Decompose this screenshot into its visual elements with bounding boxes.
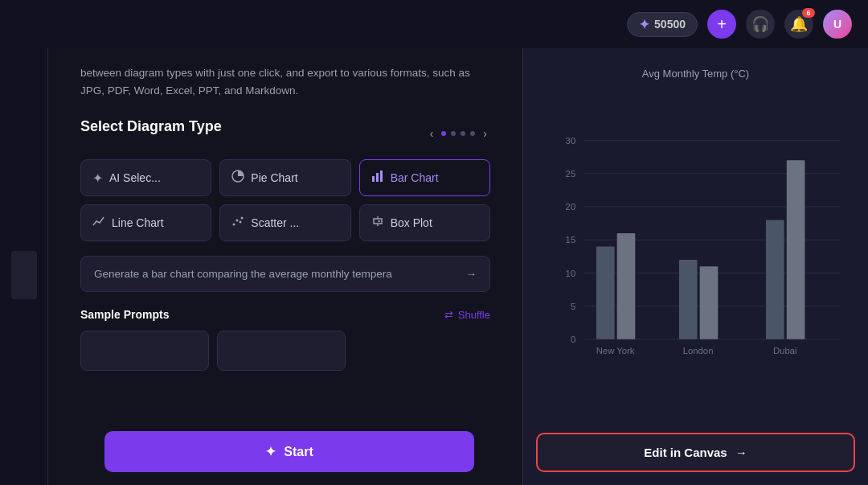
start-button[interactable]: ✦ Start xyxy=(104,431,474,472)
pie-chart-label: Pie Chart xyxy=(251,171,297,184)
bar-chart-icon xyxy=(371,170,384,186)
notification-badge: 6 xyxy=(802,8,815,18)
description-text: between diagram types with just one clic… xyxy=(80,64,490,99)
avatar-initials: U xyxy=(833,18,841,31)
section-title: Select Diagram Type xyxy=(80,118,222,135)
diagram-grid: ✦ AI Selec... Pie Chart xyxy=(80,159,490,241)
carousel-dot-1[interactable] xyxy=(441,131,446,136)
bar-chart-svg: 30 25 20 15 10 5 0 New York xyxy=(542,92,849,404)
sample-card-1[interactable] xyxy=(80,331,209,371)
carousel-dot-3[interactable] xyxy=(461,131,465,136)
bar-dubai-2 xyxy=(787,160,805,339)
prompt-arrow: → xyxy=(466,268,477,280)
star-icon: ✦ xyxy=(639,17,649,32)
svg-point-6 xyxy=(240,221,242,224)
svg-point-5 xyxy=(236,220,239,222)
start-button-wrapper: ✦ Start xyxy=(104,431,474,472)
svg-rect-2 xyxy=(376,173,379,182)
sample-prompts-header: Sample Prompts ⇄ Shuffle xyxy=(80,308,490,321)
shuffle-label: Shuffle xyxy=(458,309,490,321)
chart-title: Avg Monthly Temp (°C) xyxy=(542,68,849,80)
next-arrow[interactable]: › xyxy=(480,125,490,142)
left-panel: between diagram types with just one clic… xyxy=(48,48,522,485)
start-label: Start xyxy=(284,445,313,459)
pie-chart-button[interactable]: Pie Chart xyxy=(219,159,350,196)
box-plot-icon xyxy=(371,215,384,231)
edit-canvas-label: Edit in Canvas xyxy=(644,446,727,459)
headphone-button[interactable]: 🎧 xyxy=(746,10,775,39)
sidebar-panel xyxy=(0,48,48,485)
ai-select-button[interactable]: ✦ AI Selec... xyxy=(80,159,211,196)
sample-cards xyxy=(80,331,490,371)
ai-select-icon: ✦ xyxy=(92,171,103,186)
top-navigation: ✦ 50500 + 🎧 🔔 6 U xyxy=(0,0,868,48)
scatter-label: Scatter ... xyxy=(251,216,299,229)
svg-text:10: 10 xyxy=(566,269,576,278)
prev-arrow[interactable]: ‹ xyxy=(427,125,437,142)
avatar[interactable]: U xyxy=(823,10,852,39)
diagram-header: Select Diagram Type ‹ › xyxy=(80,118,490,148)
svg-rect-3 xyxy=(380,171,383,182)
svg-text:20: 20 xyxy=(566,202,576,212)
chart-preview: Avg Monthly Temp (°C) 30 25 20 15 10 5 0 xyxy=(523,48,868,423)
scatter-icon xyxy=(231,215,244,231)
line-chart-label: Line Chart xyxy=(112,216,164,229)
svg-text:15: 15 xyxy=(566,235,576,245)
svg-text:Dubai: Dubai xyxy=(773,346,797,356)
svg-text:New York: New York xyxy=(596,346,635,356)
carousel-dot-4[interactable] xyxy=(470,131,475,136)
scatter-button[interactable]: Scatter ... xyxy=(219,204,350,241)
edit-canvas-button[interactable]: Edit in Canvas → xyxy=(536,433,855,472)
svg-text:25: 25 xyxy=(566,169,576,179)
svg-text:30: 30 xyxy=(566,136,576,146)
svg-text:London: London xyxy=(683,346,714,356)
bell-icon: 🔔 xyxy=(790,15,808,33)
sample-card-2[interactable] xyxy=(217,331,346,371)
prompt-bar[interactable]: Generate a bar chart comparing the avera… xyxy=(80,256,490,292)
svg-point-7 xyxy=(241,217,244,220)
main-layout: between diagram types with just one clic… xyxy=(0,48,868,485)
credit-amount: 50500 xyxy=(654,18,686,31)
bar-london-2 xyxy=(700,266,719,339)
notification-button[interactable]: 🔔 6 xyxy=(784,10,813,39)
start-icon: ✦ xyxy=(265,444,276,459)
bar-newyork-1 xyxy=(596,246,615,339)
box-plot-label: Box Plot xyxy=(391,216,432,229)
prompt-text: Generate a bar chart comparing the avera… xyxy=(94,268,392,280)
box-plot-button[interactable]: Box Plot xyxy=(359,204,490,241)
carousel-nav: ‹ › xyxy=(427,125,490,142)
shuffle-icon: ⇄ xyxy=(444,309,453,321)
bar-newyork-2 xyxy=(617,233,636,339)
bar-london-1 xyxy=(679,260,698,339)
carousel-dot-2[interactable] xyxy=(451,131,456,136)
svg-text:0: 0 xyxy=(571,335,575,344)
headphone-icon: 🎧 xyxy=(751,15,769,33)
svg-rect-1 xyxy=(372,176,375,182)
line-chart-icon xyxy=(92,215,105,231)
bar-chart-label: Bar Chart xyxy=(391,171,439,184)
credit-badge[interactable]: ✦ 50500 xyxy=(627,12,698,37)
line-chart-button[interactable]: Line Chart xyxy=(80,204,211,241)
svg-text:5: 5 xyxy=(571,302,575,311)
bar-chart-button[interactable]: Bar Chart xyxy=(359,159,490,196)
plus-icon: + xyxy=(717,15,727,34)
pie-chart-icon xyxy=(231,170,244,186)
sidebar-handle xyxy=(11,251,37,299)
bar-dubai-1 xyxy=(766,220,784,339)
right-panel: Avg Monthly Temp (°C) 30 25 20 15 10 5 0 xyxy=(522,48,868,485)
edit-canvas-arrow: → xyxy=(735,446,747,459)
shuffle-button[interactable]: ⇄ Shuffle xyxy=(444,309,490,321)
svg-point-4 xyxy=(233,224,235,226)
add-button[interactable]: + xyxy=(707,10,736,39)
ai-select-label: AI Selec... xyxy=(109,171,161,184)
sample-prompts-label: Sample Prompts xyxy=(80,308,169,321)
